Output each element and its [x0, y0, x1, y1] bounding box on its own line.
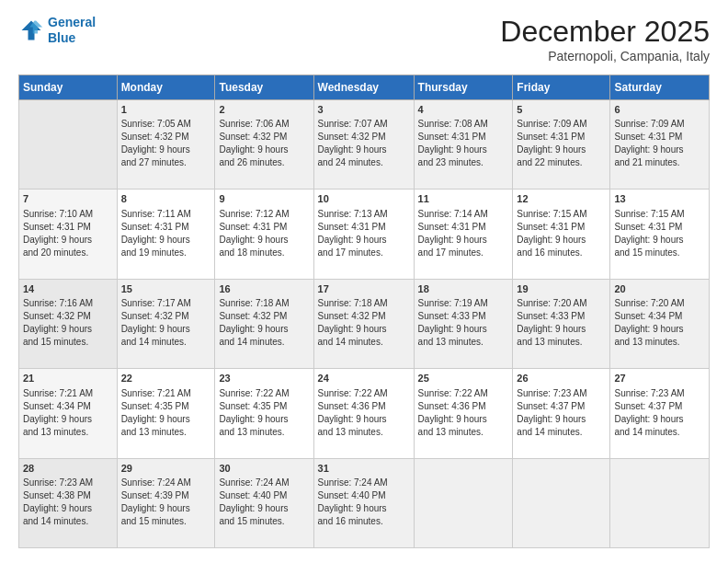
day-info: and 14 minutes.: [517, 426, 606, 439]
day-info: Daylight: 9 hours: [614, 234, 705, 247]
day-info: Sunrise: 7:15 AM: [517, 208, 606, 221]
day-info: and 27 minutes.: [121, 156, 211, 169]
calendar-cell: 5Sunrise: 7:09 AMSunset: 4:31 PMDaylight…: [513, 100, 610, 190]
calendar-cell: 23Sunrise: 7:22 AMSunset: 4:35 PMDayligh…: [215, 369, 313, 458]
day-info: Daylight: 9 hours: [614, 323, 705, 336]
day-info: and 17 minutes.: [318, 247, 410, 259]
day-info: and 13 minutes.: [219, 426, 309, 439]
logo-line2: Blue: [48, 30, 75, 45]
day-number: 5: [517, 103, 606, 117]
day-info: Sunset: 4:35 PM: [121, 400, 211, 413]
calendar-cell: 1Sunrise: 7:05 AMSunset: 4:32 PMDaylight…: [117, 100, 215, 190]
day-info: Sunset: 4:31 PM: [614, 221, 705, 234]
weekday-header-monday: Monday: [117, 75, 215, 100]
day-number: 27: [614, 372, 705, 385]
day-info: and 24 minutes.: [318, 156, 410, 169]
day-info: and 13 minutes.: [418, 336, 509, 349]
calendar-cell: 8Sunrise: 7:11 AMSunset: 4:31 PMDaylight…: [117, 190, 215, 279]
weekday-header-friday: Friday: [513, 75, 610, 100]
day-info: and 15 minutes.: [23, 336, 113, 349]
logo-line1: General: [48, 15, 96, 29]
calendar-cell: 28Sunrise: 7:23 AMSunset: 4:38 PMDayligh…: [19, 458, 118, 547]
week-row-5: 28Sunrise: 7:23 AMSunset: 4:38 PMDayligh…: [19, 458, 710, 547]
day-info: and 21 minutes.: [614, 156, 705, 169]
day-number: 25: [418, 372, 509, 385]
calendar-cell: 11Sunrise: 7:14 AMSunset: 4:31 PMDayligh…: [414, 190, 513, 279]
day-info: Daylight: 9 hours: [418, 144, 509, 156]
day-info: Sunset: 4:37 PM: [517, 400, 606, 413]
calendar-cell: 26Sunrise: 7:23 AMSunset: 4:37 PMDayligh…: [513, 369, 610, 458]
day-info: Sunset: 4:40 PM: [318, 489, 410, 502]
day-info: Daylight: 9 hours: [418, 413, 509, 426]
day-info: Sunset: 4:31 PM: [318, 221, 410, 234]
day-info: Daylight: 9 hours: [517, 323, 606, 336]
calendar-cell: 29Sunrise: 7:24 AMSunset: 4:39 PMDayligh…: [117, 458, 215, 547]
day-info: Sunset: 4:31 PM: [418, 131, 509, 144]
day-info: Sunrise: 7:20 AM: [614, 297, 705, 310]
day-info: Sunset: 4:34 PM: [614, 310, 705, 323]
weekday-header-tuesday: Tuesday: [215, 75, 313, 100]
day-number: 19: [517, 282, 606, 296]
day-info: and 13 minutes.: [418, 426, 509, 439]
day-info: Daylight: 9 hours: [121, 234, 211, 247]
day-info: Sunrise: 7:23 AM: [23, 477, 113, 489]
day-info: Daylight: 9 hours: [418, 323, 509, 336]
calendar-cell: 19Sunrise: 7:20 AMSunset: 4:33 PMDayligh…: [513, 279, 610, 368]
day-info: and 17 minutes.: [418, 247, 509, 259]
day-info: Sunrise: 7:07 AM: [318, 118, 410, 131]
day-info: and 20 minutes.: [23, 247, 113, 259]
calendar: SundayMondayTuesdayWednesdayThursdayFrid…: [18, 75, 710, 548]
day-info: Sunset: 4:35 PM: [219, 400, 309, 413]
day-info: Sunrise: 7:21 AM: [23, 387, 113, 400]
calendar-cell: 22Sunrise: 7:21 AMSunset: 4:35 PMDayligh…: [117, 369, 215, 458]
day-info: Sunrise: 7:24 AM: [318, 477, 410, 489]
day-info: Sunrise: 7:09 AM: [517, 118, 606, 131]
day-number: 22: [121, 372, 211, 385]
day-info: Sunrise: 7:06 AM: [219, 118, 309, 131]
day-info: Sunset: 4:31 PM: [121, 221, 211, 234]
calendar-cell: 27Sunrise: 7:23 AMSunset: 4:37 PMDayligh…: [610, 369, 710, 458]
day-number: 13: [614, 192, 705, 206]
day-info: Sunrise: 7:22 AM: [318, 387, 410, 400]
calendar-cell: 16Sunrise: 7:18 AMSunset: 4:32 PMDayligh…: [215, 279, 313, 368]
day-info: Sunset: 4:38 PM: [23, 489, 113, 502]
day-info: and 18 minutes.: [219, 247, 309, 259]
day-number: 21: [23, 372, 113, 385]
weekday-header-wednesday: Wednesday: [313, 75, 414, 100]
day-info: and 14 minutes.: [121, 336, 211, 349]
day-info: and 14 minutes.: [219, 336, 309, 349]
calendar-cell: 21Sunrise: 7:21 AMSunset: 4:34 PMDayligh…: [19, 369, 118, 458]
day-info: Sunset: 4:32 PM: [219, 131, 309, 144]
day-number: 28: [23, 462, 113, 476]
day-info: Daylight: 9 hours: [318, 144, 410, 156]
calendar-cell: 31Sunrise: 7:24 AMSunset: 4:40 PMDayligh…: [313, 458, 414, 547]
day-info: Sunrise: 7:19 AM: [418, 297, 509, 310]
day-info: Sunset: 4:39 PM: [121, 489, 211, 502]
day-info: and 14 minutes.: [23, 515, 113, 528]
day-number: 8: [121, 192, 211, 206]
day-info: Sunset: 4:31 PM: [418, 221, 509, 234]
day-number: 26: [517, 372, 606, 385]
title-block: December 2025 Paternopoli, Campania, Ita…: [500, 15, 710, 63]
page: General Blue December 2025 Paternopoli, …: [0, 0, 728, 563]
weekday-header-sunday: Sunday: [19, 75, 118, 100]
day-info: Daylight: 9 hours: [517, 144, 606, 156]
calendar-cell: 9Sunrise: 7:12 AMSunset: 4:31 PMDaylight…: [215, 190, 313, 279]
day-info: and 13 minutes.: [121, 426, 211, 439]
day-number: 2: [219, 103, 309, 117]
day-info: Sunset: 4:36 PM: [418, 400, 509, 413]
day-info: and 15 minutes.: [219, 515, 309, 528]
day-info: and 15 minutes.: [121, 515, 211, 528]
calendar-cell: 13Sunrise: 7:15 AMSunset: 4:31 PMDayligh…: [610, 190, 710, 279]
day-info: Sunset: 4:32 PM: [318, 310, 410, 323]
day-info: Sunset: 4:40 PM: [219, 489, 309, 502]
day-info: Daylight: 9 hours: [219, 323, 309, 336]
day-number: 1: [121, 103, 211, 117]
day-info: Daylight: 9 hours: [23, 413, 113, 426]
calendar-cell: 2Sunrise: 7:06 AMSunset: 4:32 PMDaylight…: [215, 100, 313, 190]
day-info: Sunset: 4:36 PM: [318, 400, 410, 413]
week-row-3: 14Sunrise: 7:16 AMSunset: 4:32 PMDayligh…: [19, 279, 710, 368]
day-number: 9: [219, 192, 309, 206]
day-number: 15: [121, 282, 211, 296]
calendar-cell: 14Sunrise: 7:16 AMSunset: 4:32 PMDayligh…: [19, 279, 118, 368]
